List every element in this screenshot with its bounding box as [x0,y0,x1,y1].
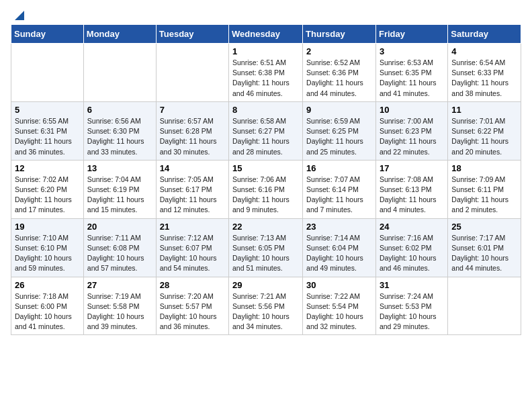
week-row-3: 12Sunrise: 7:02 AM Sunset: 6:20 PM Dayli… [11,160,521,218]
calendar-cell: 6Sunrise: 6:56 AM Sunset: 6:30 PM Daylig… [83,101,156,160]
logo-arrow-icon [12,11,24,20]
page-header [11,11,521,17]
day-number: 17 [380,163,444,173]
week-row-1: 1Sunrise: 6:51 AM Sunset: 6:38 PM Daylig… [11,44,521,102]
calendar-cell: 4Sunrise: 6:54 AM Sunset: 6:33 PM Daylig… [448,44,521,102]
calendar-cell: 5Sunrise: 6:55 AM Sunset: 6:31 PM Daylig… [11,101,84,160]
day-number: 18 [451,163,517,173]
calendar-cell: 20Sunrise: 7:11 AM Sunset: 6:08 PM Dayli… [83,218,156,277]
day-detail: Sunrise: 6:52 AM Sunset: 6:36 PM Dayligh… [306,58,372,99]
day-detail: Sunrise: 7:14 AM Sunset: 6:04 PM Dayligh… [306,233,372,274]
day-detail: Sunrise: 7:08 AM Sunset: 6:13 PM Dayligh… [380,175,444,216]
week-row-4: 19Sunrise: 7:10 AM Sunset: 6:10 PM Dayli… [11,218,521,277]
day-detail: Sunrise: 7:01 AM Sunset: 6:22 PM Dayligh… [451,116,517,157]
day-detail: Sunrise: 7:00 AM Sunset: 6:23 PM Dayligh… [380,116,444,157]
day-detail: Sunrise: 6:51 AM Sunset: 6:38 PM Dayligh… [232,58,299,99]
calendar-cell: 1Sunrise: 6:51 AM Sunset: 6:38 PM Daylig… [229,44,303,102]
day-number: 24 [380,222,444,232]
calendar-cell: 22Sunrise: 7:13 AM Sunset: 6:05 PM Dayli… [229,218,303,277]
day-detail: Sunrise: 7:21 AM Sunset: 5:56 PM Dayligh… [232,291,299,332]
week-row-2: 5Sunrise: 6:55 AM Sunset: 6:31 PM Daylig… [11,101,521,160]
day-detail: Sunrise: 7:11 AM Sunset: 6:08 PM Dayligh… [87,233,152,274]
calendar-cell: 24Sunrise: 7:16 AM Sunset: 6:02 PM Dayli… [375,218,447,277]
day-number: 4 [451,46,517,56]
day-number: 21 [160,222,225,232]
day-number: 19 [15,222,80,232]
calendar-cell: 26Sunrise: 7:18 AM Sunset: 6:00 PM Dayli… [11,277,84,335]
day-detail: Sunrise: 6:57 AM Sunset: 6:28 PM Dayligh… [160,116,225,157]
day-number: 30 [306,280,372,290]
day-detail: Sunrise: 6:55 AM Sunset: 6:31 PM Dayligh… [15,116,80,157]
calendar-cell: 29Sunrise: 7:21 AM Sunset: 5:56 PM Dayli… [229,277,303,335]
day-number: 16 [306,163,372,173]
day-number: 5 [15,105,80,115]
day-detail: Sunrise: 7:17 AM Sunset: 6:01 PM Dayligh… [451,233,517,274]
day-detail: Sunrise: 7:22 AM Sunset: 5:54 PM Dayligh… [306,291,372,332]
calendar-cell [83,44,156,102]
svg-marker-0 [15,11,24,20]
day-detail: Sunrise: 7:06 AM Sunset: 6:16 PM Dayligh… [232,175,299,216]
calendar-cell: 27Sunrise: 7:19 AM Sunset: 5:58 PM Dayli… [83,277,156,335]
calendar-cell: 21Sunrise: 7:12 AM Sunset: 6:07 PM Dayli… [156,218,228,277]
calendar-cell: 17Sunrise: 7:08 AM Sunset: 6:13 PM Dayli… [375,160,447,218]
day-detail: Sunrise: 7:09 AM Sunset: 6:11 PM Dayligh… [451,175,517,216]
day-number: 27 [87,280,152,290]
day-detail: Sunrise: 7:20 AM Sunset: 5:57 PM Dayligh… [160,291,225,332]
day-number: 7 [160,105,225,115]
calendar-cell: 18Sunrise: 7:09 AM Sunset: 6:11 PM Dayli… [448,160,521,218]
day-detail: Sunrise: 6:59 AM Sunset: 6:25 PM Dayligh… [306,116,372,157]
day-number: 10 [380,105,444,115]
day-number: 20 [87,222,152,232]
day-number: 2 [306,46,372,56]
week-row-5: 26Sunrise: 7:18 AM Sunset: 6:00 PM Dayli… [11,277,521,335]
calendar-cell: 8Sunrise: 6:58 AM Sunset: 6:27 PM Daylig… [229,101,303,160]
calendar-cell: 7Sunrise: 6:57 AM Sunset: 6:28 PM Daylig… [156,101,228,160]
day-detail: Sunrise: 6:58 AM Sunset: 6:27 PM Dayligh… [232,116,299,157]
day-number: 11 [451,105,517,115]
day-number: 13 [87,163,152,173]
day-number: 3 [380,46,444,56]
calendar-cell: 28Sunrise: 7:20 AM Sunset: 5:57 PM Dayli… [156,277,228,335]
column-header-sunday: Sunday [11,25,84,44]
day-number: 6 [87,105,152,115]
calendar-cell: 9Sunrise: 6:59 AM Sunset: 6:25 PM Daylig… [303,101,376,160]
day-detail: Sunrise: 7:13 AM Sunset: 6:05 PM Dayligh… [232,233,299,274]
day-number: 9 [306,105,372,115]
day-detail: Sunrise: 7:07 AM Sunset: 6:14 PM Dayligh… [306,175,372,216]
column-header-friday: Friday [375,25,447,44]
day-number: 31 [380,280,444,290]
calendar-cell [156,44,228,102]
column-header-saturday: Saturday [448,25,521,44]
calendar-cell: 25Sunrise: 7:17 AM Sunset: 6:01 PM Dayli… [448,218,521,277]
day-number: 14 [160,163,225,173]
calendar-cell: 15Sunrise: 7:06 AM Sunset: 6:16 PM Dayli… [229,160,303,218]
calendar-cell [448,277,521,335]
day-number: 29 [232,280,299,290]
day-number: 1 [232,46,299,56]
column-header-wednesday: Wednesday [229,25,303,44]
day-detail: Sunrise: 7:04 AM Sunset: 6:19 PM Dayligh… [87,175,152,216]
day-detail: Sunrise: 7:24 AM Sunset: 5:53 PM Dayligh… [380,291,444,332]
calendar-cell: 2Sunrise: 6:52 AM Sunset: 6:36 PM Daylig… [303,44,376,102]
calendar-cell: 31Sunrise: 7:24 AM Sunset: 5:53 PM Dayli… [375,277,447,335]
column-header-tuesday: Tuesday [156,25,228,44]
column-header-thursday: Thursday [303,25,376,44]
day-detail: Sunrise: 7:02 AM Sunset: 6:20 PM Dayligh… [15,175,80,216]
calendar-cell [11,44,84,102]
day-detail: Sunrise: 7:18 AM Sunset: 6:00 PM Dayligh… [15,291,80,332]
day-number: 12 [15,163,80,173]
calendar-cell: 12Sunrise: 7:02 AM Sunset: 6:20 PM Dayli… [11,160,84,218]
day-detail: Sunrise: 7:19 AM Sunset: 5:58 PM Dayligh… [87,291,152,332]
day-number: 23 [306,222,372,232]
day-detail: Sunrise: 6:56 AM Sunset: 6:30 PM Dayligh… [87,116,152,157]
calendar-cell: 11Sunrise: 7:01 AM Sunset: 6:22 PM Dayli… [448,101,521,160]
day-detail: Sunrise: 6:53 AM Sunset: 6:35 PM Dayligh… [380,58,444,99]
logo [11,11,24,17]
day-number: 8 [232,105,299,115]
day-number: 25 [451,222,517,232]
calendar-cell: 19Sunrise: 7:10 AM Sunset: 6:10 PM Dayli… [11,218,84,277]
calendar-table: SundayMondayTuesdayWednesdayThursdayFrid… [11,24,521,335]
calendar-cell: 10Sunrise: 7:00 AM Sunset: 6:23 PM Dayli… [375,101,447,160]
day-detail: Sunrise: 7:05 AM Sunset: 6:17 PM Dayligh… [160,175,225,216]
calendar-cell: 23Sunrise: 7:14 AM Sunset: 6:04 PM Dayli… [303,218,376,277]
